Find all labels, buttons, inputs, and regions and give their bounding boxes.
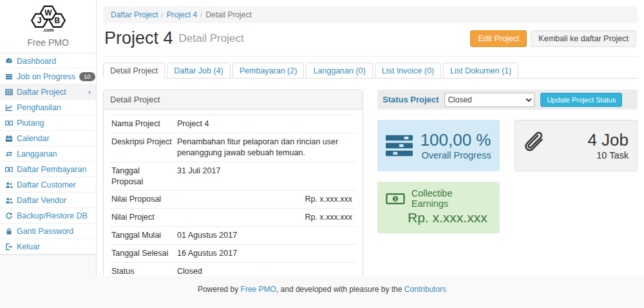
row-value: 31 Juli 2017 (176, 162, 356, 191)
svg-text:.com: .com (43, 27, 54, 33)
tab-detail-project[interactable]: Detail Project (103, 63, 165, 79)
breadcrumb-link-daftar-project[interactable]: Daftar Project (111, 10, 158, 19)
tasks-icon (386, 135, 413, 157)
sidebar-item-label: Daftar Customer (17, 180, 76, 189)
task-count-label: 10 Task (587, 150, 629, 160)
sidebar-item-label: Backup/Restore DB (17, 211, 88, 220)
sidebar-item-backup-restore-db[interactable]: Backup/Restore DB (0, 208, 96, 224)
sidebar-item-ganti-password[interactable]: Ganti Password (0, 224, 96, 239)
sidebar-item-label: Calendar (17, 134, 50, 143)
table-row: Tanggal Mulai 01 Agustus 2017 (110, 227, 356, 245)
collectible-earnings-box: 1 Collectibe Earnings Rp. x.xxx.xxx (377, 182, 500, 233)
sidebar-item-label: Penghasilan (17, 103, 61, 112)
edit-project-button[interactable]: Edit Project (470, 30, 527, 47)
page-subtitle: Detail Project (179, 32, 244, 45)
lock-icon (5, 227, 13, 235)
back-to-list-button[interactable]: Kembali ke daftar Project (531, 30, 636, 47)
detail-table: Nama Project Project 4 Deskripsi Project… (110, 115, 356, 298)
sidebar-menu: Dashboard Job on Progress 10 Daftar Proj… (0, 53, 96, 255)
row-label: Tanggal Selesai (110, 245, 176, 263)
money-icon (5, 166, 13, 173)
line-chart-icon (5, 104, 13, 111)
footer-text: , and developed with pleasure by the (276, 285, 404, 294)
sidebar-item-label: Job on Progress (17, 72, 75, 81)
tab-list-dokumen[interactable]: List Dokumen (1) (443, 63, 518, 79)
row-value: 16 Agustus 2017 (176, 245, 356, 263)
svg-text:1: 1 (394, 196, 397, 202)
tab-daftar-job[interactable]: Daftar Job (4) (167, 63, 230, 79)
progress-value: 100,00 % (421, 131, 491, 150)
sidebar-item-label: Ganti Password (17, 227, 73, 236)
sidebar-item-daftar-customer[interactable]: Daftar Customer (0, 177, 96, 193)
chevron-left-icon: ‹ (88, 88, 91, 97)
sidebar-item-daftar-vendor[interactable]: Daftar Vendor (0, 193, 96, 208)
row-label: Tanggal Proposal (110, 162, 176, 191)
sidebar-item-penghasilan[interactable]: Penghasilan (0, 100, 96, 115)
progress-label: Overall Progress (421, 150, 491, 160)
svg-text:B: B (54, 16, 60, 25)
breadcrumb-current: Detail Project (205, 10, 251, 19)
breadcrumb-separator: / (158, 10, 166, 19)
job-count-badge: 10 (79, 72, 95, 81)
sidebar-item-dashboard[interactable]: Dashboard (0, 53, 96, 69)
job-count-value: 4 Job (587, 131, 629, 150)
users-icon (5, 197, 13, 204)
sidebar-header: J B W .com Free PMO Dashboard (0, 0, 96, 255)
detail-column: Detail Project Nama Project Project 4 De… (103, 90, 363, 305)
sidebar-item-daftar-project[interactable]: Daftar Project ‹ (0, 84, 96, 100)
table-row: Deskripsi Project Penambahan fitur pelap… (110, 133, 356, 162)
table-row: Nilai Proposal Rp. x.xxx.xxx (110, 191, 356, 209)
row-value: Project 4 (176, 115, 356, 133)
sidebar-item-keluar[interactable]: Keluar (0, 239, 96, 255)
contributors-link[interactable]: Contributors (404, 285, 446, 294)
status-project-bar: Status Project Closed Update Project Sta… (377, 90, 638, 110)
table-row: Nilai Project Rp. x.xxx.xxx (110, 209, 356, 227)
sidebar-item-piutang[interactable]: Piutang (0, 115, 96, 131)
dashboard-icon (5, 57, 13, 65)
status-project-label: Status Project (383, 95, 439, 104)
table-icon (5, 88, 13, 96)
sidebar-item-daftar-pembayaran[interactable]: Daftar Pembayaran (0, 162, 96, 177)
header-buttons: Edit Project Kembali ke daftar Project (470, 30, 636, 47)
jwb-hexagon-logo-icon: J B W .com (24, 4, 72, 34)
sidebar-item-calendar[interactable]: Calendar (0, 131, 96, 146)
paperclip-icon (524, 131, 547, 160)
free-pmo-link[interactable]: Free PMO (241, 285, 276, 294)
table-row: Nama Project Project 4 (110, 115, 356, 133)
users-icon (5, 181, 13, 189)
detail-project-panel: Detail Project Nama Project Project 4 De… (103, 90, 363, 305)
row-label: Nilai Project (110, 209, 176, 227)
tab-langganan[interactable]: Langganan (0) (306, 63, 372, 79)
sidebar-item-job-on-progress[interactable]: Job on Progress 10 (0, 69, 96, 84)
sidebar: J B W .com Free PMO Dashboard (0, 0, 97, 276)
page-title: Project 4 (104, 28, 173, 48)
breadcrumb: Daftar Project/Project 4/Detail Project (103, 6, 638, 23)
breadcrumb-link-project-4[interactable]: Project 4 (167, 10, 197, 19)
sidebar-item-langganan[interactable]: Langganan (0, 146, 96, 162)
refresh-icon (5, 212, 13, 220)
svg-text:W: W (44, 8, 52, 17)
update-status-button[interactable]: Update Project Status (540, 93, 622, 107)
sidebar-item-label: Piutang (17, 119, 44, 128)
status-select[interactable]: Closed (444, 93, 535, 107)
tab-list-invoice[interactable]: List Invoice (0) (375, 63, 441, 79)
retweet-icon (5, 150, 13, 158)
main-content: Daftar Project/Project 4/Detail Project … (97, 0, 644, 276)
sidebar-item-label: Daftar Pembayaran (17, 165, 86, 174)
status-column: Status Project Closed Update Project Sta… (377, 90, 638, 305)
tab-pembayaran[interactable]: Pembayaran (2) (232, 63, 305, 79)
page-footer: Powered by Free PMO, and developed with … (0, 276, 644, 308)
sidebar-item-label: Keluar (17, 242, 40, 251)
row-label: Deskripsi Project (110, 133, 176, 162)
sidebar-item-label: Dashboard (17, 57, 56, 66)
row-label: Nama Project (110, 115, 176, 133)
row-value: Penambahan fitur pelaporan dan rincian u… (176, 133, 356, 162)
money-icon: 1 (386, 192, 405, 206)
page-header: Project 4 Detail Project Edit Project Ke… (104, 28, 636, 48)
row-label: Nilai Proposal (110, 191, 176, 209)
calendar-icon (5, 135, 13, 142)
sidebar-item-label: Langganan (17, 149, 57, 159)
app-window: J B W .com Free PMO Dashboard (0, 0, 644, 276)
money-icon (5, 119, 13, 127)
job-count-box: 4 Job 10 Task (515, 120, 638, 171)
